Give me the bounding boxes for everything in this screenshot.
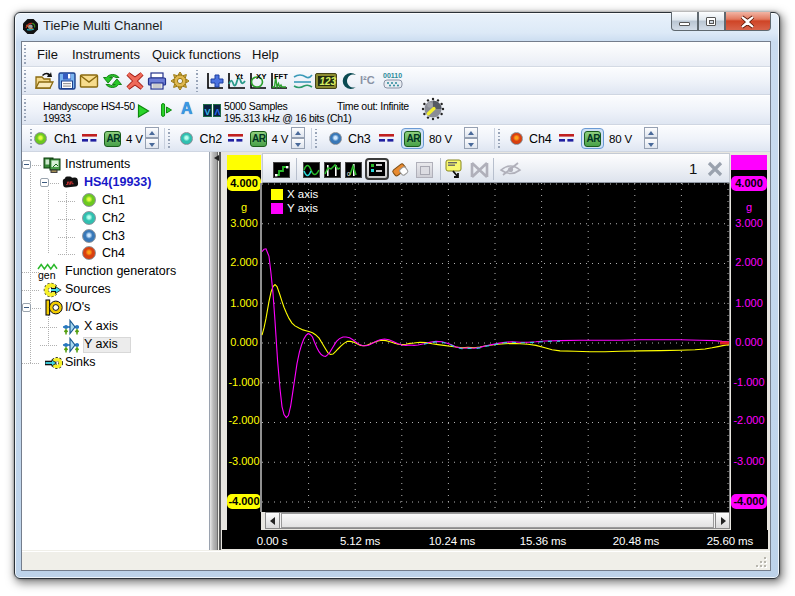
svg-text:FFT: FFT (274, 72, 288, 81)
svg-text:gen: gen (38, 269, 56, 281)
svg-text:Yt: Yt (235, 72, 243, 81)
svg-text:00110: 00110 (383, 72, 402, 79)
svg-text:XY: XY (256, 72, 267, 81)
